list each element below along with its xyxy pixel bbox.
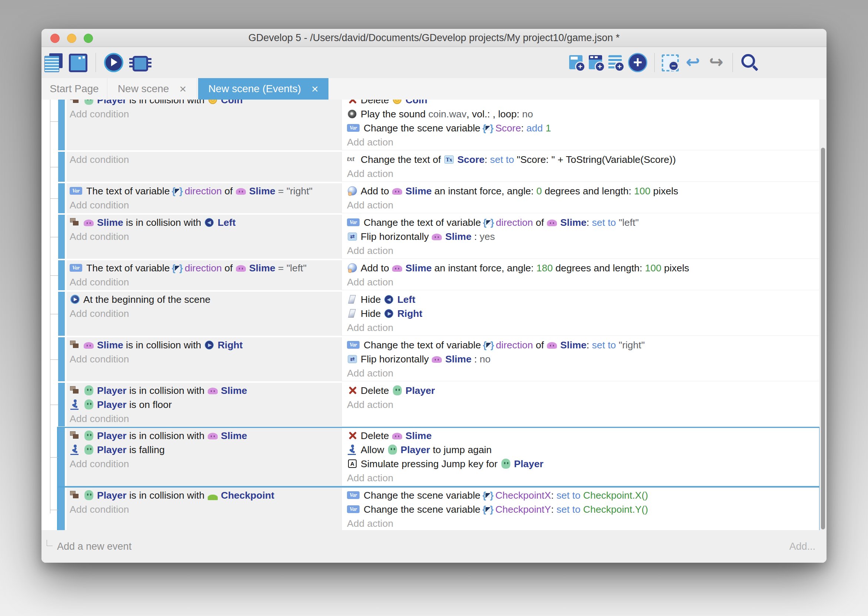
vartype-icon	[484, 339, 493, 350]
condition[interactable]: Player is in collision with Slime	[70, 383, 338, 398]
close-tab-icon[interactable]: ×	[179, 83, 186, 95]
text-segment: 180	[536, 262, 553, 274]
action[interactable]: Change the text of Score: set to "Score:…	[347, 152, 815, 167]
add-comment-icon[interactable]: +	[609, 54, 623, 71]
tab-new-scene[interactable]: New scene ×	[107, 78, 197, 100]
event-row[interactable]: Player is in collision with SlimePlayer …	[58, 428, 819, 486]
action[interactable]: Flip horizontally Slime : yes	[347, 229, 815, 244]
add-condition-button[interactable]: Add condition	[70, 152, 338, 167]
add-condition-button[interactable]: Add condition	[70, 306, 338, 321]
add-condition-button[interactable]: Add condition	[70, 275, 338, 289]
action[interactable]: Change the scene variable CheckpointY: s…	[347, 502, 815, 516]
close-tab-icon[interactable]: ×	[311, 83, 318, 95]
project-manager-icon[interactable]	[44, 53, 63, 72]
event-drag-bar[interactable]	[58, 487, 65, 531]
tab-start-page[interactable]: Start Page	[41, 78, 107, 100]
redo-icon[interactable]	[707, 53, 725, 72]
condition[interactable]: The text of variable direction of Slime …	[70, 261, 338, 275]
play-icon[interactable]	[104, 53, 123, 72]
action[interactable]: Delete Coin	[347, 100, 815, 107]
add-action-button[interactable]: Add action	[347, 198, 815, 212]
condition[interactable]: Slime is in collision with Right	[70, 338, 338, 352]
vertical-scrollbar[interactable]	[819, 100, 826, 531]
action[interactable]: Hide Left	[347, 292, 815, 306]
event-row[interactable]: Add conditionChange the text of Score: s…	[58, 152, 819, 182]
scrollbar-thumb[interactable]	[821, 148, 825, 530]
add-condition-button[interactable]: Add condition	[70, 502, 338, 516]
text-segment: Change the text of variable	[364, 339, 484, 351]
event-drag-bar[interactable]	[58, 183, 65, 213]
add-action-button[interactable]: Add action	[347, 244, 815, 258]
event-row[interactable]: Player is in collision with SlimePlayer …	[58, 383, 819, 426]
add-action-button[interactable]: Add action	[347, 275, 815, 289]
add-condition-button[interactable]: Add condition	[70, 107, 338, 121]
add-action-button[interactable]: Add action	[347, 366, 815, 380]
add-icon[interactable]	[628, 53, 647, 72]
tab-new-scene-events[interactable]: New scene (Events) ×	[198, 78, 329, 100]
action[interactable]: Delete Player	[347, 383, 815, 398]
action[interactable]: Hide Right	[347, 306, 815, 321]
event-drag-bar[interactable]	[58, 337, 65, 381]
condition[interactable]: Player is in collision with Coin	[70, 100, 338, 107]
event-row[interactable]: At the beginning of the sceneAdd conditi…	[58, 292, 819, 336]
action[interactable]: Flip horizontally Slime : no	[347, 352, 815, 366]
add-event-icon[interactable]: +	[569, 54, 584, 71]
event-row[interactable]: The text of variable direction of Slime …	[58, 260, 819, 290]
add-subevent-icon[interactable]: +	[589, 54, 604, 71]
event-drag-bar[interactable]	[58, 100, 65, 150]
action[interactable]: Add to Slime an instant force, angle: 18…	[347, 261, 815, 275]
title-bar[interactable]: GDevelop 5 - /Users/david/Documents/GDev…	[41, 29, 827, 47]
condition[interactable]: Player is in collision with Checkpoint	[70, 488, 338, 502]
event-row[interactable]: Slime is in collision with RightAdd cond…	[58, 337, 819, 381]
event-drag-bar[interactable]	[58, 383, 65, 426]
add-new-event-button[interactable]: Add a new event	[57, 541, 132, 552]
text-segment: "left"	[616, 217, 639, 228]
add-condition-button[interactable]: Add condition	[70, 198, 338, 212]
event-row[interactable]: Slime is in collision with LeftAdd condi…	[58, 215, 819, 259]
action[interactable]: Add to Slime an instant force, angle: 0 …	[347, 184, 815, 198]
text-segment: :	[587, 339, 592, 351]
condition[interactable]: At the beginning of the scene	[70, 292, 338, 306]
condition[interactable]: Player is in collision with Slime	[70, 429, 338, 443]
add-action-button[interactable]: Add action	[347, 471, 815, 485]
add-condition-button[interactable]: Add condition	[70, 457, 338, 471]
add-action-button[interactable]: Add action	[347, 135, 815, 149]
undo-icon[interactable]	[684, 53, 702, 72]
condition[interactable]: Player is falling	[70, 443, 338, 457]
text-segment: Change the scene variable	[364, 504, 483, 515]
add-more-button[interactable]: Add...	[789, 541, 815, 552]
event-drag-bar[interactable]	[58, 152, 65, 182]
action[interactable]: Simulate pressing Jump key for Player	[347, 457, 815, 471]
scene-editor-icon[interactable]	[69, 54, 87, 72]
debug-icon[interactable]	[132, 56, 148, 71]
condition[interactable]: Slime is in collision with Left	[70, 215, 338, 229]
action[interactable]: Change the scene variable CheckpointX: s…	[347, 488, 815, 502]
event-row[interactable]: Player is in collision with CoinAdd cond…	[58, 100, 819, 150]
conditions-cell: Player is in collision with CheckpointAd…	[67, 487, 341, 531]
event-drag-bar[interactable]	[58, 292, 65, 336]
search-icon[interactable]	[740, 53, 758, 72]
action[interactable]: Change the text of variable direction of…	[347, 338, 815, 352]
condition[interactable]: Player is on floor	[70, 398, 338, 412]
action[interactable]: Delete Slime	[347, 429, 815, 443]
add-action-button[interactable]: Add action	[347, 167, 815, 181]
event-drag-bar[interactable]	[58, 428, 65, 486]
action[interactable]: Change the scene variable Score: add 1	[347, 121, 815, 135]
add-action-button[interactable]: Add action	[347, 516, 815, 531]
add-condition-button[interactable]: Add condition	[70, 412, 338, 426]
event-drag-bar[interactable]	[58, 215, 65, 259]
event-row[interactable]: Player is in collision with CheckpointAd…	[58, 487, 819, 531]
platformer-icon	[70, 399, 81, 410]
action[interactable]: Play the sound coin.wav, vol.: , loop: n…	[347, 107, 815, 121]
delete-event-icon[interactable]: −	[662, 54, 679, 71]
text-segment: set to	[592, 339, 616, 351]
condition[interactable]: The text of variable direction of Slime …	[70, 184, 338, 198]
event-row[interactable]: The text of variable direction of Slime …	[58, 183, 819, 213]
event-drag-bar[interactable]	[58, 260, 65, 290]
add-condition-button[interactable]: Add condition	[70, 229, 338, 244]
action[interactable]: Allow Player to jump again	[347, 443, 815, 457]
add-action-button[interactable]: Add action	[347, 398, 815, 412]
add-action-button[interactable]: Add action	[347, 321, 815, 335]
action[interactable]: Change the text of variable direction of…	[347, 215, 815, 229]
add-condition-button[interactable]: Add condition	[70, 352, 338, 366]
